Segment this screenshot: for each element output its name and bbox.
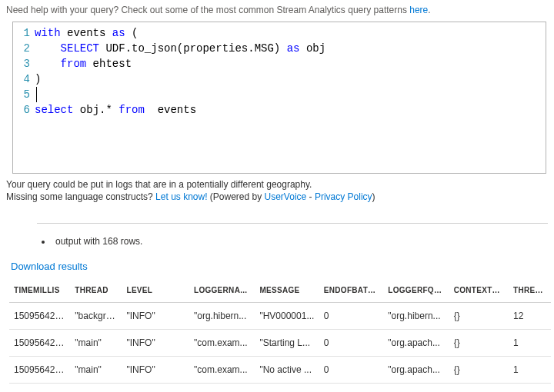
table-cell: 150956421...	[9, 303, 70, 330]
help-text: Need help with your query? Check out som…	[6, 5, 548, 15]
table-cell: 150956421...	[9, 330, 70, 357]
column-header[interactable]: TIMEMILLIS	[9, 280, 70, 303]
table-cell: "main"	[70, 357, 122, 384]
table-cell: 1	[509, 357, 551, 384]
table-row[interactable]: 150956421..."backgrou..."INFO""org.hiber…	[9, 303, 551, 330]
table-cell: {}	[449, 330, 509, 357]
let-us-know-link[interactable]: Let us know!	[155, 191, 207, 202]
table-cell: "main"	[70, 330, 122, 357]
table-row[interactable]: 150956421..."main""INFO""com.exam..."Sta…	[9, 330, 551, 357]
column-header[interactable]: MESSAGE	[255, 280, 319, 303]
table-cell: "com.exam...	[189, 330, 255, 357]
table-cell: "INFO"	[122, 357, 189, 384]
table-cell: "backgrou...	[70, 303, 122, 330]
table-cell: "No active ...	[255, 357, 319, 384]
editor-notes: Your query could be put in logs that are…	[6, 178, 548, 203]
table-header-row: TIMEMILLISTHREADLEVELLOGGERNA...MESSAGEE…	[9, 280, 551, 303]
code-content[interactable]: with events as ( SELECT UDF.to_json(prop…	[35, 25, 546, 118]
table-cell: "INFO"	[122, 330, 189, 357]
table-cell: "org.hibern...	[189, 303, 255, 330]
geo-note: Your query could be put in logs that are…	[6, 178, 548, 191]
lang-note: Missing some language constructs? Let us…	[6, 191, 548, 203]
table-cell: "INFO"	[122, 303, 189, 330]
download-results-link[interactable]: Download results	[11, 261, 88, 272]
help-link[interactable]: here	[409, 5, 428, 15]
output-summary: output with 168 rows.	[52, 233, 548, 251]
table-cell: "HV000001...	[255, 303, 319, 330]
column-header[interactable]: LEVEL	[122, 280, 189, 303]
table-cell: 12	[509, 303, 551, 330]
results-table: TIMEMILLISTHREADLEVELLOGGERNA...MESSAGEE…	[9, 280, 551, 384]
column-header[interactable]: LOGGERFQCN	[383, 280, 449, 303]
column-header[interactable]: THREAD	[70, 280, 122, 303]
column-header[interactable]: THREADID	[509, 280, 551, 303]
privacy-policy-link[interactable]: Privacy Policy	[315, 191, 372, 202]
cursor	[36, 87, 546, 102]
table-row[interactable]: 150956421..."main""INFO""com.exam..."No …	[9, 357, 551, 384]
column-header[interactable]: ENDOFBATCH	[319, 280, 383, 303]
line-gutter: 123456	[13, 25, 35, 118]
table-cell: "Starting L...	[255, 330, 319, 357]
query-editor[interactable]: 123456 with events as ( SELECT UDF.to_js…	[12, 22, 546, 174]
table-cell: {}	[449, 303, 509, 330]
table-body: 150956421..."backgrou..."INFO""org.hiber…	[9, 303, 551, 384]
table-cell: {}	[449, 357, 509, 384]
column-header[interactable]: CONTEXTM...	[449, 280, 509, 303]
table-cell: 0	[319, 330, 383, 357]
uservoice-link[interactable]: UserVoice	[265, 191, 307, 202]
separator	[37, 223, 548, 224]
table-cell: 1	[509, 330, 551, 357]
output-row-count: output with 168 rows.	[52, 236, 548, 247]
table-cell: 0	[319, 303, 383, 330]
table-cell: "org.apach...	[383, 330, 449, 357]
table-cell: "org.apach...	[383, 357, 449, 384]
table-cell: "org.hibern...	[383, 303, 449, 330]
table-cell: 0	[319, 357, 383, 384]
table-cell: 150956421...	[9, 357, 70, 384]
table-cell: "com.exam...	[189, 357, 255, 384]
column-header[interactable]: LOGGERNA...	[189, 280, 255, 303]
